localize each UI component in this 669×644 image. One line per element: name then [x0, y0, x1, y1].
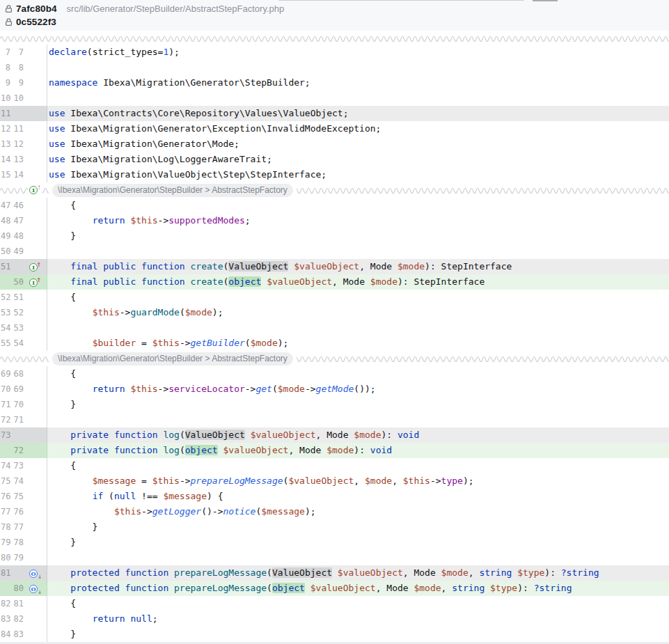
code-text[interactable]: protected function prepareLogMessage(obj…: [47, 581, 669, 596]
code-text[interactable]: if (null !== $message) {: [47, 489, 669, 504]
code-line[interactable]: 7776 $this->getLogger()->notice($message…: [0, 504, 669, 519]
code-line[interactable]: 7675 if (null !== $message) {: [0, 489, 669, 504]
code-line[interactable]: 1312use Ibexa\Migration\Generator\Mode;: [0, 136, 669, 152]
code-line[interactable]: 8281 {: [0, 596, 669, 611]
code-text[interactable]: use Ibexa\Migration\Log\LoggerAwareTrait…: [47, 152, 669, 167]
line-number-new: 53: [13, 320, 24, 336]
code-line[interactable]: 5251 {: [0, 290, 669, 305]
code-text[interactable]: [47, 91, 669, 106]
code-text[interactable]: }: [47, 627, 669, 642]
code-text[interactable]: private function log(ValueObject $valueO…: [47, 427, 669, 443]
code-text[interactable]: [47, 244, 669, 259]
code-text[interactable]: }: [47, 535, 669, 550]
code-text[interactable]: [47, 550, 669, 565]
code-line[interactable]: 8483 }: [0, 627, 669, 642]
diff-line-added[interactable]: 72 private function log(object $valueObj…: [0, 443, 669, 458]
code-line[interactable]: 5352 $this->guardMode($mode);: [0, 305, 669, 320]
code-line[interactable]: 1413use Ibexa\Migration\Log\LoggerAwareT…: [0, 152, 669, 167]
diff-line-removed[interactable]: 73 private function log(ValueObject $val…: [0, 427, 669, 443]
code-line[interactable]: 99namespace Ibexa\Migration\Generator\St…: [0, 75, 669, 91]
code-text[interactable]: [47, 320, 669, 336]
code-line[interactable]: 8382 return null;: [0, 611, 669, 627]
code-line[interactable]: 5554 $builder = $this->getBuilder($mode)…: [0, 336, 669, 351]
breadcrumb-pill[interactable]: \Ibexa\Migration\Generator\StepBuilder >…: [52, 352, 293, 366]
code-line[interactable]: 88: [0, 60, 669, 75]
line-number-old: 49: [1, 228, 10, 244]
code-line[interactable]: 77declare(strict_types=1);: [0, 45, 669, 60]
code-line[interactable]: 7473 {: [0, 458, 669, 473]
code-text[interactable]: [47, 60, 669, 75]
code-text[interactable]: use Ibexa\Migration\Generator\Mode;: [47, 136, 669, 152]
code-line[interactable]: 5453: [0, 320, 669, 336]
code-line[interactable]: 1211use Ibexa\Migration\Generator\Except…: [0, 121, 669, 136]
code-line[interactable]: 1514use Ibexa\Migration\ValueObject\Step…: [0, 167, 669, 182]
code-text[interactable]: [47, 412, 669, 427]
implements-method-icon[interactable]: I↑: [29, 262, 41, 272]
collapsed-region-separator[interactable]: I↑\Ibexa\Migration\Generator\StepBuilder…: [0, 182, 669, 198]
implements-method-icon[interactable]: I↑: [29, 277, 41, 288]
code-text[interactable]: use Ibexa\Migration\ValueObject\Step\Ste…: [47, 167, 669, 182]
code-text[interactable]: {: [47, 458, 669, 473]
implements-method-icon[interactable]: I↑: [29, 184, 41, 195]
code-text[interactable]: $message = $this->prepareLogMessage($val…: [47, 473, 669, 489]
code-line[interactable]: 7069 return $this->serviceLocator->get($…: [0, 382, 669, 397]
diff-line-added[interactable]: 50I↑ final public function create(object…: [0, 274, 669, 290]
overridden-method-icon[interactable]: O↓: [29, 568, 41, 579]
overridden-method-icon[interactable]: O↓: [29, 583, 41, 594]
code-text[interactable]: }: [47, 519, 669, 535]
code-text[interactable]: use Ibexa\Migration\Generator\Exception\…: [47, 121, 669, 136]
code-line[interactable]: 5049: [0, 244, 669, 259]
diff-line-removed[interactable]: 81O↓ protected function prepareLogMessag…: [0, 565, 669, 581]
gutter: 6968: [0, 366, 47, 382]
code-line[interactable]: 7978 }: [0, 535, 669, 550]
code-line[interactable]: 1010: [0, 91, 669, 106]
code-line[interactable]: 7574 $message = $this->prepareLogMessage…: [0, 473, 669, 489]
code-line[interactable]: 8079: [0, 550, 669, 565]
code-text[interactable]: final public function create(object $val…: [47, 274, 669, 290]
code-text[interactable]: protected function prepareLogMessage(Val…: [47, 565, 669, 581]
code-line[interactable]: 4847 return $this->supportedModes;: [0, 213, 669, 228]
gutter-icon-slot: [24, 60, 47, 75]
gutter-icon-slot: O↓: [24, 581, 47, 596]
code-text[interactable]: use Ibexa\Contracts\Core\Repository\Valu…: [47, 106, 669, 121]
code-text[interactable]: {: [47, 366, 669, 382]
line-number-old: 82: [1, 596, 10, 611]
code-text[interactable]: private function log(object $valueObject…: [47, 443, 669, 458]
code-text[interactable]: $this->guardMode($mode);: [47, 305, 669, 320]
diff-line-removed[interactable]: 51I↑ final public function create(ValueO…: [0, 259, 669, 274]
collapsed-region-separator[interactable]: \Ibexa\Migration\Generator\StepBuilder >…: [0, 351, 669, 366]
code-line[interactable]: 7170 }: [0, 397, 669, 412]
code-text[interactable]: {: [47, 596, 669, 611]
line-number-old: 50: [1, 244, 10, 259]
code-text[interactable]: }: [47, 228, 669, 244]
diff-line-added[interactable]: 80O↓ protected function prepareLogMessag…: [0, 581, 669, 596]
code-text[interactable]: return $this->serviceLocator->get($mode-…: [47, 382, 669, 397]
code-text[interactable]: return $this->supportedModes;: [47, 213, 669, 228]
line-number-old: 79: [1, 535, 10, 550]
code-text[interactable]: $builder = $this->getBuilder($mode);: [47, 336, 669, 351]
code-text[interactable]: }: [47, 397, 669, 412]
code-line[interactable]: 6968 {: [0, 366, 669, 382]
line-number-old: 13: [1, 136, 10, 152]
code-text[interactable]: declare(strict_types=1);: [47, 45, 669, 60]
code-text[interactable]: {: [47, 290, 669, 305]
gutter-icon-slot: [24, 320, 47, 336]
code-text[interactable]: final public function create(ValueObject…: [47, 259, 669, 274]
code-text[interactable]: namespace Ibexa\Migration\Generator\Step…: [47, 75, 669, 91]
gutter: 5352: [0, 305, 47, 320]
code-text[interactable]: $this->getLogger()->notice($message);: [47, 504, 669, 519]
line-number-new: 82: [13, 611, 24, 627]
line-number-old: 77: [1, 504, 10, 519]
code-line[interactable]: 4948 }: [0, 228, 669, 244]
gutter: 1514: [0, 167, 47, 182]
gutter: 7877: [0, 519, 47, 535]
line-number-new: 50: [13, 274, 24, 290]
code-text[interactable]: {: [47, 198, 669, 213]
line-number-old: 53: [1, 305, 10, 320]
code-line[interactable]: 7877 }: [0, 519, 669, 535]
code-line[interactable]: 4746 {: [0, 198, 669, 213]
diff-line-removed[interactable]: 11use Ibexa\Contracts\Core\Repository\Va…: [0, 106, 669, 121]
code-text[interactable]: return null;: [47, 611, 669, 627]
code-line[interactable]: 7271: [0, 412, 669, 427]
breadcrumb-pill[interactable]: \Ibexa\Migration\Generator\StepBuilder >…: [52, 184, 293, 197]
